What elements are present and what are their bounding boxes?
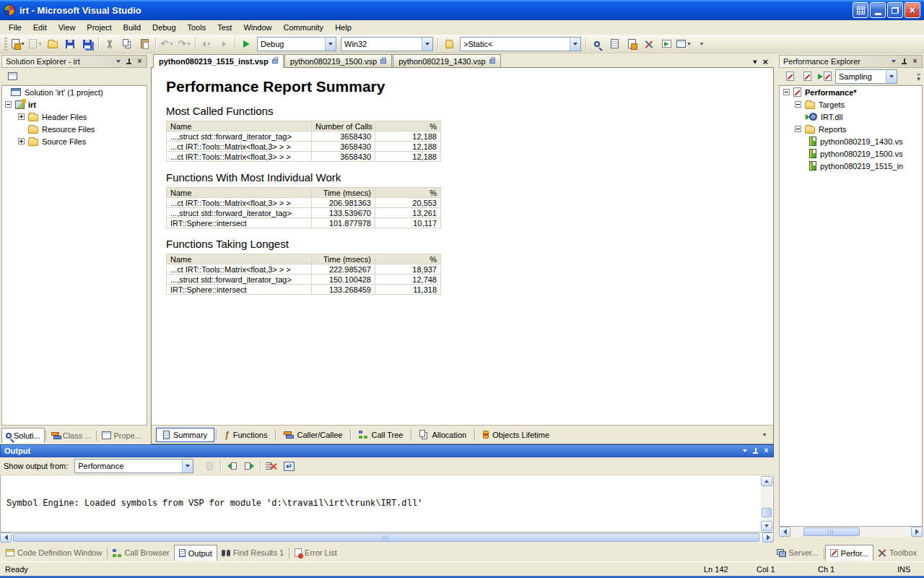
solution-platform-combo[interactable]: Win32	[341, 37, 433, 51]
close-panel-button[interactable]: ×	[761, 446, 772, 456]
expand-expander[interactable]	[18, 138, 25, 144]
tab-server-explorer[interactable]: Server...	[772, 545, 823, 561]
menu-item-file[interactable]: File	[3, 22, 27, 33]
tree-item-report-1515[interactable]: python080219_1515_in	[780, 160, 922, 172]
tab-toolbox[interactable]: Toolbox	[873, 545, 921, 561]
menu-item-help[interactable]: Help	[329, 22, 357, 33]
column-header-value[interactable]: Time (msecs)	[312, 188, 375, 198]
collapse-expander[interactable]	[795, 126, 801, 132]
scroll-up-button[interactable]	[761, 476, 772, 486]
find-combo[interactable]: >Static<	[460, 37, 581, 51]
menu-item-community[interactable]: Community	[278, 22, 330, 33]
view-tabs-overflow-button[interactable]: ▾	[763, 431, 766, 438]
table-row[interactable]: ...,struct std::forward_iterator_tag>133…	[167, 208, 441, 218]
document-tab-1500[interactable]: python080219_1500.vsp	[284, 54, 393, 67]
add-item-button[interactable]: ▾	[27, 36, 43, 52]
column-header-value[interactable]: Time (msecs)	[312, 254, 375, 264]
find-in-files-button[interactable]	[589, 36, 605, 52]
tree-item-irt-dll[interactable]: IRT.dll	[780, 111, 922, 123]
tab-code-definition-window[interactable]: Code Definition Window	[1, 545, 106, 561]
scrollbar-thumb[interactable]	[13, 533, 759, 542]
save-button[interactable]	[62, 36, 78, 52]
scroll-right-button[interactable]	[762, 532, 774, 543]
view-tab-functions[interactable]: ƒ Functions	[218, 428, 274, 442]
column-header-percent[interactable]: %	[375, 188, 441, 198]
scrollbar-thumb[interactable]	[803, 527, 860, 536]
tree-item-report-1500[interactable]: python080219_1500.vs	[780, 147, 922, 160]
column-header-name[interactable]: Name	[167, 188, 312, 198]
table-row[interactable]: ...ct IRT::Tools::Matrix<float,3> > >222…	[167, 264, 441, 275]
performance-explorer-titlebar[interactable]: Performance Explorer ×	[779, 55, 923, 68]
column-header-percent[interactable]: %	[375, 121, 441, 131]
close-document-button[interactable]: ×	[762, 56, 768, 67]
output-vscrollbar[interactable]	[761, 476, 772, 531]
scroll-left-button[interactable]	[779, 527, 790, 537]
toolbox-options-button[interactable]	[641, 36, 657, 52]
new-project-button[interactable]: ▾	[10, 36, 26, 52]
tree-item-reports[interactable]: Reports	[780, 123, 922, 135]
auto-hide-pin-button[interactable]	[750, 446, 761, 456]
table-row[interactable]: ...,struct std::forward_iterator_tag>365…	[167, 131, 441, 142]
save-all-button[interactable]	[79, 36, 95, 52]
launch-wizard-button[interactable]	[782, 69, 798, 85]
clear-all-button[interactable]	[263, 458, 279, 474]
scroll-left-button[interactable]	[0, 532, 12, 543]
column-header-name[interactable]: Name	[167, 121, 312, 131]
window-grid-button[interactable]	[853, 2, 868, 18]
navigate-back-button[interactable]: ▾	[199, 36, 214, 52]
view-tab-objects-lifetime[interactable]: Objects Lifetime	[476, 428, 556, 442]
document-list-dropdown-button[interactable]: ▾	[753, 57, 757, 66]
properties-window-button[interactable]	[606, 36, 622, 52]
column-header-percent[interactable]: %	[375, 254, 441, 264]
close-panel-button[interactable]: ×	[134, 56, 145, 66]
combo-dropdown-button[interactable]	[570, 38, 580, 51]
output-hscrollbar[interactable]	[0, 532, 774, 543]
view-tab-call-tree[interactable]: Call Tree	[352, 428, 409, 442]
toolbar-grip[interactable]	[4, 38, 7, 51]
properties-button[interactable]	[4, 69, 20, 85]
output-text-area[interactable]: Symbol Engine: Loaded symbols from VSP f…	[0, 475, 774, 532]
menu-item-window[interactable]: Window	[237, 22, 277, 33]
menu-item-project[interactable]: Project	[81, 22, 117, 33]
scrollbar-track[interactable]	[761, 486, 772, 521]
output-titlebar[interactable]: Output ×	[0, 444, 774, 457]
close-panel-button[interactable]: ×	[910, 56, 920, 66]
tree-item-report-1430[interactable]: python080219_1430.vs	[780, 135, 922, 147]
tree-item-resource-files[interactable]: Resource Files	[2, 123, 147, 135]
expand-expander[interactable]	[18, 113, 25, 120]
undo-button[interactable]: ↶▾	[159, 36, 175, 52]
toggle-word-wrap-button[interactable]: ↵	[281, 458, 297, 474]
find-symbol-button[interactable]	[441, 36, 457, 52]
open-file-button[interactable]	[45, 36, 61, 52]
next-message-button[interactable]	[241, 458, 257, 474]
solution-configuration-combo[interactable]: Debug	[257, 37, 336, 51]
tab-property-manager[interactable]: Prope...	[97, 428, 146, 443]
launch-with-profiling-button[interactable]	[816, 69, 832, 85]
table-row[interactable]: IRT::Sphere::intersect133.26845911,318	[167, 285, 441, 295]
menu-item-test[interactable]: Test	[212, 22, 237, 33]
document-tab-1515-inst[interactable]: python080219_1515_inst.vsp	[153, 54, 284, 68]
command-window-button[interactable]: ▾	[676, 36, 692, 52]
table-row[interactable]: ...ct IRT::Tools::Matrix<float,3> > >206…	[167, 198, 441, 208]
column-header-value[interactable]: Number of Calls	[312, 121, 375, 131]
redo-button[interactable]: ↷▾	[176, 36, 192, 52]
solution-explorer-titlebar[interactable]: Solution Explorer - irt ×	[1, 55, 147, 68]
toolbar-overflow-button[interactable]: ▾	[693, 36, 709, 52]
tree-item-performance-session[interactable]: Performance*	[780, 86, 922, 98]
tree-item-project[interactable]: irt	[2, 98, 147, 111]
go-button[interactable]	[658, 36, 674, 52]
combo-dropdown-button[interactable]	[422, 38, 432, 51]
combo-dropdown-button[interactable]	[325, 38, 336, 51]
new-performance-session-button[interactable]	[799, 69, 815, 85]
document-tab-1430[interactable]: python080219_1430.vsp	[393, 54, 501, 67]
performance-explorer-hscrollbar[interactable]	[779, 527, 923, 537]
window-position-button[interactable]	[113, 56, 123, 66]
tab-performance-explorer[interactable]: Perfor...	[825, 545, 874, 561]
column-header-name[interactable]: Name	[167, 254, 312, 264]
tree-item-source-files[interactable]: Source Files	[2, 135, 147, 147]
table-row[interactable]: ...ct IRT::Tools::Matrix<float,3> > >365…	[167, 142, 441, 152]
restore-button[interactable]	[887, 2, 903, 18]
paste-button[interactable]	[136, 36, 152, 52]
collapse-expander[interactable]	[5, 101, 12, 108]
auto-hide-pin-button[interactable]	[123, 56, 134, 66]
